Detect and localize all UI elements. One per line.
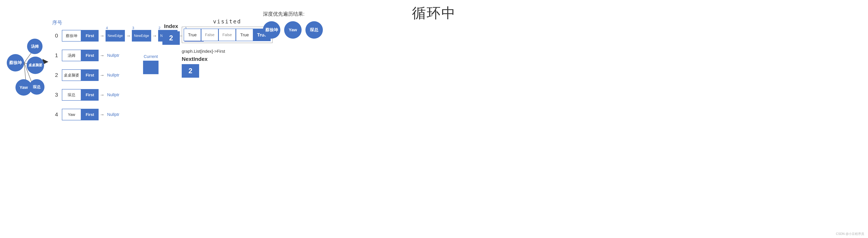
copyright: CSDN @小豆程序员	[836, 232, 864, 236]
node-tangmu: 汤姆	[27, 39, 42, 54]
arrow-1-nullptr: →	[100, 53, 104, 58]
edge-0-3: 3 NewEdge	[132, 30, 151, 41]
visited-cell-3: True	[236, 29, 253, 41]
graph-list-label: graph.List[index]->First	[182, 49, 273, 54]
node-zhuozhuo: 桌桌脑婆	[27, 57, 44, 74]
page-title: 循环中	[0, 0, 868, 23]
index-section: Index 2	[162, 23, 180, 45]
visited-cell-2: False	[218, 29, 236, 41]
node-caixukun: 蔡徐坤	[7, 54, 24, 71]
visited-label: visited	[182, 19, 273, 25]
dfs-node-0: 蔡徐坤	[263, 21, 280, 39]
visited-section: visited True False False True True graph…	[182, 19, 273, 54]
arrow-0-4: →	[126, 33, 131, 38]
adj-index-2: 2	[52, 72, 58, 78]
adj-first-0: First	[81, 30, 99, 41]
adj-first-1: First	[81, 49, 99, 61]
dfs-nodes: 蔡徐坤 Yaw 琛总	[263, 21, 323, 39]
dfs-node-1: Yaw	[284, 21, 302, 39]
arrow-0: →	[100, 33, 104, 38]
adj-name-1: 汤姆	[62, 49, 81, 61]
edge-0-4: 4 NewEdge	[105, 30, 125, 41]
dfs-node-2: 琛总	[305, 21, 323, 39]
arrow-0-3: →	[152, 33, 157, 38]
index-label: Index	[162, 23, 180, 29]
edge-number-2: 2	[158, 26, 160, 30]
adj-index-3: 3	[52, 92, 58, 98]
adj-index-1: 1	[52, 53, 58, 59]
adj-name-4: Yaw	[62, 109, 81, 121]
adj-first-4: First	[81, 109, 99, 121]
adj-name-2: 桌桌脑婆	[62, 69, 81, 81]
current-section: Current	[143, 54, 158, 74]
visited-cell-0: True	[184, 29, 201, 41]
nullptr-1: Nullptr	[107, 53, 120, 58]
visited-container: True False False True True	[182, 27, 273, 43]
current-box	[143, 61, 158, 74]
arrow-3-nullptr: →	[100, 92, 104, 98]
arrow-4-nullptr: →	[100, 112, 104, 117]
adj-row-3: 3 琛总 First → Nullptr	[52, 89, 225, 101]
nullptr-4: Nullptr	[107, 112, 120, 117]
adj-first-3: First	[81, 89, 99, 101]
dfs-section: 深度优先遍历结果: 蔡徐坤 Yaw 琛总	[263, 11, 323, 39]
nullptr-3: Nullptr	[107, 92, 120, 97]
edge-number-3: 3	[132, 26, 134, 30]
adj-name-0: 蔡徐坤	[62, 30, 81, 41]
node-qiuzong: 琛总	[29, 79, 44, 95]
index-value-box: 2	[162, 31, 180, 45]
nullptr-2: Nullptr	[107, 73, 120, 78]
adj-index-4: 4	[52, 111, 58, 117]
adj-index-0: 0	[52, 33, 58, 39]
edge-number-4: 4	[106, 26, 108, 30]
adj-name-3: 琛总	[62, 89, 81, 101]
nextindex-label: NextIndex	[182, 56, 208, 62]
graph-section: 蔡徐坤 汤姆 桌桌脑婆 Yaw 琛总	[4, 19, 46, 116]
current-label: Current	[143, 54, 158, 59]
dfs-label: 深度优先遍历结果:	[263, 11, 323, 18]
nextindex-section: NextIndex 2	[182, 56, 208, 78]
arrow-2-nullptr: →	[100, 72, 104, 78]
visited-cell-1: False	[201, 29, 218, 41]
adj-row-4: 4 Yaw First → Nullptr	[52, 109, 225, 121]
nextindex-value-box: 2	[182, 64, 199, 78]
adj-first-2: First	[81, 69, 99, 81]
